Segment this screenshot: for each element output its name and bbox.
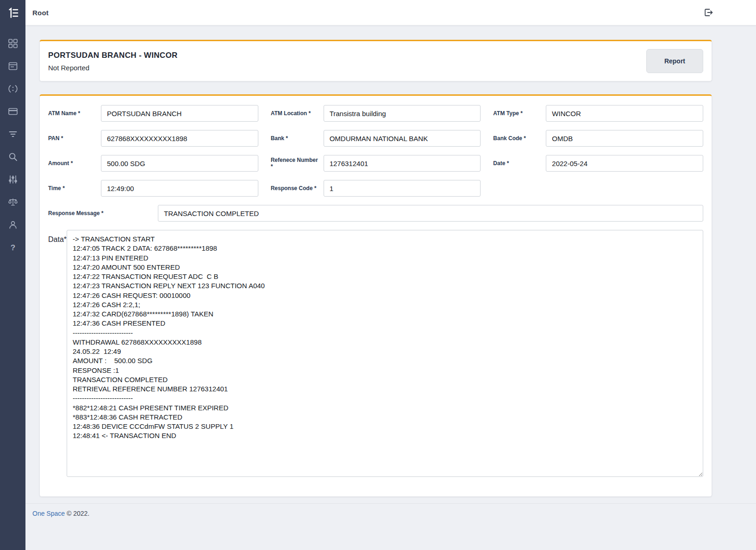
user-icon xyxy=(8,220,18,229)
activity-icon xyxy=(8,84,18,93)
sidebar-item-profile[interactable] xyxy=(0,213,25,236)
sidebar-item-help[interactable]: ? xyxy=(0,236,25,259)
sidebar-item-cards[interactable] xyxy=(0,100,25,123)
reference-number-input[interactable] xyxy=(324,155,481,172)
sidebar-item-search[interactable] xyxy=(0,145,25,168)
atm-type-input[interactable] xyxy=(546,105,703,122)
copyright-text: © 2022. xyxy=(67,510,89,517)
sidebar-item-balance[interactable] xyxy=(0,191,25,213)
bank-field: Bank * xyxy=(271,130,481,147)
data-field: Data* -> TRANSACTION START 12:47:05 TRAC… xyxy=(48,230,703,477)
card-icon xyxy=(8,107,18,116)
logout-button[interactable] xyxy=(701,6,715,19)
data-textarea[interactable]: -> TRANSACTION START 12:47:05 TRACK 2 DA… xyxy=(67,230,703,477)
fields-grid: ATM Name * ATM Location * ATM Type * PAN… xyxy=(48,105,703,197)
filter-icon xyxy=(8,130,18,139)
atm-summary-card: PORTSUDAN BRANCH - WINCOR Not Reported R… xyxy=(39,40,712,81)
pan-label: PAN * xyxy=(48,135,101,142)
atm-title: PORTSUDAN BRANCH - WINCOR xyxy=(48,51,177,60)
bank-code-label: Bank Code * xyxy=(493,135,546,142)
one-space-link[interactable]: One Space xyxy=(32,510,65,517)
date-label: Date * xyxy=(493,160,546,167)
response-message-field: Response Message * xyxy=(48,205,703,222)
dashboard-icon xyxy=(8,39,18,48)
grid-spacer xyxy=(493,180,703,197)
atm-location-input[interactable] xyxy=(324,105,481,122)
time-input[interactable] xyxy=(101,180,258,197)
one-space-logo-icon xyxy=(7,7,19,19)
response-message-label: Response Message * xyxy=(48,210,158,216)
transaction-form-card: ATM Name * ATM Location * ATM Type * PAN… xyxy=(39,94,712,497)
topbar: Root xyxy=(25,0,756,25)
atm-name-field: ATM Name * xyxy=(48,105,258,122)
atm-name-label: ATM Name * xyxy=(48,110,101,117)
page-title: Root xyxy=(32,9,49,17)
sidebar-item-receipts[interactable] xyxy=(0,55,25,77)
footer: One Space © 2022. xyxy=(25,503,756,517)
reference-number-field: Refenece Number * xyxy=(271,155,481,172)
sidebar-item-activity[interactable] xyxy=(0,77,25,100)
bank-input[interactable] xyxy=(324,130,481,147)
report-button[interactable]: Report xyxy=(646,49,703,73)
sliders-icon xyxy=(8,175,18,184)
one-space-logo[interactable] xyxy=(0,0,25,25)
app-root: ? Root PORTSUDAN BRANCH - WINCOR Not xyxy=(0,0,756,550)
time-label: Time * xyxy=(48,185,101,192)
atm-location-label: ATM Location * xyxy=(271,110,324,117)
atm-type-label: ATM Type * xyxy=(493,110,546,117)
reference-number-label: Refenece Number * xyxy=(271,157,324,170)
response-code-label: Response Code * xyxy=(271,185,324,192)
response-code-input[interactable] xyxy=(324,180,481,197)
atm-type-field: ATM Type * xyxy=(493,105,703,122)
main-area: Root PORTSUDAN BRANCH - WINCOR Not Repor… xyxy=(25,0,756,550)
amount-input[interactable] xyxy=(101,155,258,172)
sidebar-item-settings[interactable] xyxy=(0,168,25,191)
atm-name-input[interactable] xyxy=(101,105,258,122)
date-field: Date * xyxy=(493,155,703,172)
bank-label: Bank * xyxy=(271,135,324,142)
bank-code-field: Bank Code * xyxy=(493,130,703,147)
response-code-field: Response Code * xyxy=(271,180,481,197)
pan-field: PAN * xyxy=(48,130,258,147)
time-field: Time * xyxy=(48,180,258,197)
amount-field: Amount * xyxy=(48,155,258,172)
sidebar-nav: ? xyxy=(0,25,25,259)
atm-location-field: ATM Location * xyxy=(271,105,481,122)
sidebar-item-filter[interactable] xyxy=(0,123,25,145)
report-status: Not Reported xyxy=(48,64,177,72)
search-icon xyxy=(8,152,18,161)
sidebar-item-dashboard[interactable] xyxy=(0,32,25,55)
pan-input[interactable] xyxy=(101,130,258,147)
date-input[interactable] xyxy=(546,155,703,172)
logout-icon xyxy=(703,7,713,18)
data-label: Data* xyxy=(48,230,67,244)
atm-summary-text: PORTSUDAN BRANCH - WINCOR Not Reported xyxy=(48,51,177,72)
bank-code-input[interactable] xyxy=(546,130,703,147)
response-message-input[interactable] xyxy=(158,205,703,222)
receipt-icon xyxy=(8,62,18,71)
balance-icon xyxy=(8,198,18,207)
content: PORTSUDAN BRANCH - WINCOR Not Reported R… xyxy=(25,25,756,497)
sidebar: ? xyxy=(0,0,25,550)
svg-text:?: ? xyxy=(10,243,15,252)
help-icon: ? xyxy=(8,243,18,252)
amount-label: Amount * xyxy=(48,160,101,167)
